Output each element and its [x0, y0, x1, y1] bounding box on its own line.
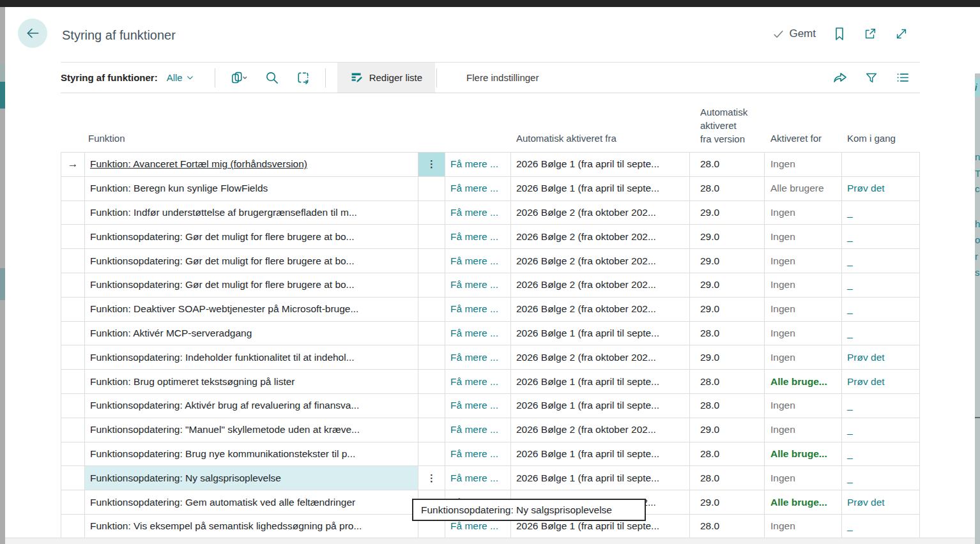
aktiveret-for-cell[interactable]: Ingen [765, 201, 842, 225]
learn-more-link[interactable]: Få mere ... [450, 424, 498, 435]
aktiveret-for-cell[interactable]: Ingen [765, 298, 842, 321]
filter-button[interactable] [864, 71, 878, 85]
row-selector-cell[interactable] [61, 177, 85, 200]
learn-more-cell[interactable]: Få mere ... [445, 201, 511, 225]
kom-i-gang-placeholder[interactable]: _ [847, 448, 853, 460]
list-options-button[interactable] [895, 70, 910, 85]
column-header-kom-i-gang[interactable]: Kom i gang [847, 133, 896, 144]
learn-more-link[interactable]: Få mere ... [450, 520, 498, 532]
learn-more-cell[interactable]: Få mere ... [445, 225, 511, 248]
funktion-link[interactable]: Funktion: Brug optimeret tekstsøgning på… [90, 376, 295, 388]
funktion-link[interactable]: Funktionsopdatering: "Manuel" skyllemeto… [90, 424, 360, 435]
kom-i-gang-cell[interactable]: _ [842, 394, 920, 418]
kom-i-gang-cell[interactable]: _ [842, 322, 920, 345]
funktion-link[interactable]: Funktionsopdatering: Gem automatisk ved … [90, 497, 355, 508]
search-button[interactable] [256, 70, 287, 85]
learn-more-cell[interactable]: Få mere ... [445, 418, 511, 442]
learn-more-cell[interactable]: Få mere ... [445, 394, 511, 418]
kom-i-gang-cell[interactable]: _ [842, 201, 920, 225]
kom-i-gang-cell[interactable]: Prøv det [842, 345, 920, 369]
expand-page-button[interactable] [894, 27, 908, 41]
funktion-cell[interactable]: Funktionsopdatering: Ny salgsprisoplevel… [85, 466, 418, 490]
aktiveret-for-cell[interactable]: Ingen [765, 418, 842, 442]
funktion-link[interactable]: Funktionsopdatering: Ny salgsprisoplevel… [90, 472, 281, 484]
row-selector-cell[interactable] [61, 273, 85, 297]
row-selector-cell[interactable] [61, 442, 85, 466]
table-row[interactable]: Funktion: Deaktiver SOAP-webtjenester på… [61, 298, 920, 322]
column-header-auto-aktiveret-fra[interactable]: Automatisk aktiveret fra [516, 133, 616, 144]
learn-more-link[interactable]: Få mere ... [450, 400, 498, 411]
kom-i-gang-cell[interactable]: _ [842, 298, 920, 321]
table-row[interactable]: Funktionsopdatering: "Manuel" skyllemeto… [61, 418, 920, 442]
learn-more-cell[interactable]: Få mere ... [445, 249, 511, 273]
kom-i-gang-cell[interactable]: Prøv det [842, 490, 920, 514]
aktiveret-for-cell[interactable]: Ingen [765, 322, 842, 345]
column-header-funktion[interactable]: Funktion [88, 133, 125, 144]
funktion-cell[interactable]: Funktion: Vis eksempel på semantisk ligh… [85, 515, 418, 538]
more-settings-button[interactable]: Flere indstillinger [463, 72, 542, 84]
funktion-link[interactable]: Funktionsopdatering: Aktivér brug af rev… [90, 400, 359, 411]
kom-i-gang-cell[interactable]: _ [842, 273, 920, 297]
kom-i-gang-placeholder[interactable]: _ [847, 424, 853, 435]
open-in-new-window-button[interactable] [863, 27, 877, 41]
funktion-cell[interactable]: Funktion: Avanceret Fortæl mig (forhånds… [85, 153, 418, 176]
aktiveret-for-cell[interactable]: Alle bruge... [765, 490, 842, 514]
row-selector-cell[interactable] [61, 466, 85, 490]
learn-more-link[interactable]: Få mere ... [450, 328, 498, 339]
views-button[interactable] [222, 70, 256, 86]
back-button[interactable] [18, 19, 47, 48]
table-row[interactable]: Funktionsopdatering: Gør det muligt for … [61, 273, 920, 298]
learn-more-cell[interactable]: Få mere ... [445, 370, 511, 393]
funktion-cell[interactable]: Funktion: Deaktiver SOAP-webtjenester på… [85, 298, 418, 321]
bottom-scroll-strip[interactable] [5, 538, 975, 544]
kom-i-gang-placeholder[interactable]: _ [847, 279, 853, 291]
try-it-link[interactable]: Prøv det [847, 376, 885, 388]
learn-more-cell[interactable]: Få mere ... [445, 298, 511, 321]
funktion-cell[interactable]: Funktionsopdatering: Gør det muligt for … [85, 273, 418, 297]
aktiveret-for-cell[interactable]: Ingen [765, 249, 842, 273]
kom-i-gang-cell[interactable]: _ [842, 225, 920, 248]
row-context-menu-icon[interactable]: ⋮ [427, 158, 436, 170]
funktion-link[interactable]: Funktion: Beregn kun synlige FlowFields [90, 183, 268, 194]
funktion-cell[interactable]: Funktionsopdatering: Indeholder funktion… [85, 345, 418, 369]
kom-i-gang-placeholder[interactable]: _ [847, 207, 853, 218]
table-row[interactable]: Funktionsopdatering: Brug nye kommunikat… [61, 442, 920, 467]
try-it-link[interactable]: Prøv det [847, 352, 885, 363]
table-row[interactable]: Funktion: Beregn kun synlige FlowFieldsF… [61, 177, 920, 201]
learn-more-cell[interactable]: Få mere ... [445, 177, 511, 200]
table-row[interactable]: Funktion: Brug optimeret tekstsøgning på… [61, 370, 920, 394]
funktion-cell[interactable]: Funktionsopdatering: "Manuel" skyllemeto… [85, 418, 418, 442]
funktion-link[interactable]: Funktion: Indfør understøttelse af bruge… [90, 207, 357, 218]
learn-more-link[interactable]: Få mere ... [450, 376, 498, 388]
kom-i-gang-placeholder[interactable]: _ [847, 400, 853, 411]
filter-all-dropdown[interactable]: Alle [167, 72, 194, 83]
table-row[interactable]: Funktionsopdatering: Ny salgsprisoplevel… [61, 466, 920, 490]
learn-more-cell[interactable]: Få mere ... [445, 273, 511, 297]
row-menu-cell[interactable]: ⋮ [418, 466, 445, 490]
funktion-link[interactable]: Funktionsopdatering: Gør det muligt for … [90, 231, 355, 243]
kom-i-gang-cell[interactable]: _ [842, 515, 920, 538]
funktion-cell[interactable]: Funktion: Indfør understøttelse af bruge… [85, 201, 418, 225]
try-it-link[interactable]: Prøv det [847, 183, 885, 194]
learn-more-link[interactable]: Få mere ... [450, 231, 498, 243]
kom-i-gang-placeholder[interactable]: _ [847, 231, 853, 243]
kom-i-gang-placeholder[interactable]: _ [847, 255, 853, 267]
row-selector-cell[interactable] [61, 345, 85, 369]
row-selector-cell[interactable] [61, 515, 85, 538]
funktion-link[interactable]: Funktion: Vis eksempel på semantisk ligh… [90, 520, 362, 532]
share-button[interactable] [832, 70, 848, 86]
kom-i-gang-cell[interactable]: _ [842, 442, 920, 466]
funktion-link[interactable]: Funktionsopdatering: Indeholder funktion… [90, 352, 355, 363]
learn-more-link[interactable]: Få mere ... [450, 158, 498, 170]
row-context-menu-icon[interactable]: ⋮ [427, 472, 436, 484]
edit-list-button[interactable]: Rediger liste [337, 63, 435, 93]
learn-more-link[interactable]: Få mere ... [450, 448, 498, 460]
table-row[interactable]: Funktion: Indfør understøttelse af bruge… [61, 201, 920, 225]
row-selector-cell[interactable] [61, 394, 85, 418]
learn-more-cell[interactable]: Få mere ... [445, 153, 511, 176]
learn-more-link[interactable]: Få mere ... [450, 183, 498, 194]
table-row[interactable]: Funktionsopdatering: Gør det muligt for … [61, 249, 920, 273]
aktiveret-for-cell[interactable]: Ingen [765, 466, 842, 490]
aktiveret-for-cell[interactable]: Ingen [765, 515, 842, 538]
aktiveret-for-cell[interactable]: Alle bruge... [765, 370, 842, 393]
